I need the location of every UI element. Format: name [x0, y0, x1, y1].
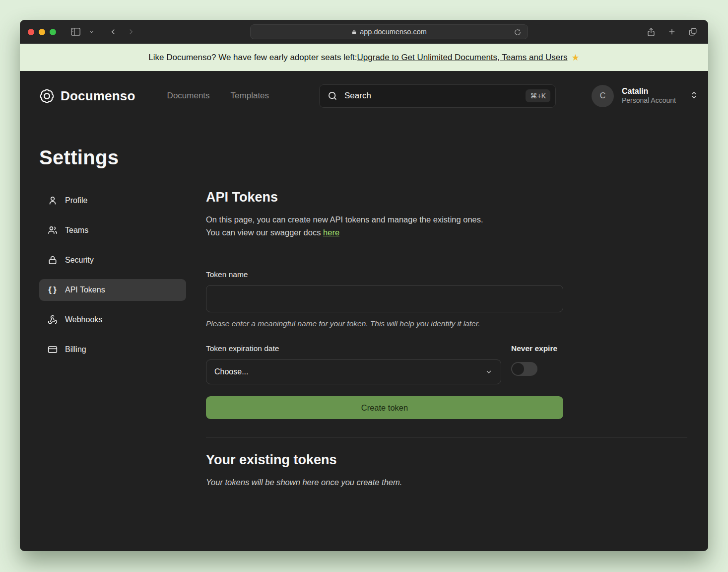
create-token-button[interactable]: Create token [206, 396, 563, 419]
sidebar-item-label: Security [65, 256, 94, 265]
expiration-select[interactable]: Choose... [206, 359, 501, 384]
tabs-overview-icon[interactable] [685, 24, 700, 39]
chevrons-up-down-icon [690, 91, 698, 101]
credit-card-icon [48, 345, 58, 355]
search-icon [328, 91, 337, 101]
share-icon[interactable] [644, 24, 659, 39]
avatar: C [592, 85, 614, 107]
promo-text: Like Documenso? We have few early adopte… [148, 53, 357, 63]
sidebar-item-label: Teams [65, 226, 88, 235]
users-icon [48, 225, 58, 235]
sidebar-toggle-icon[interactable] [68, 24, 83, 39]
star-icon: ★ [571, 52, 579, 63]
sidebar-item-label: Webhooks [65, 315, 102, 324]
zoom-button[interactable] [50, 29, 56, 35]
existing-tokens-empty-text: Your tokens will be shown here once you … [206, 478, 687, 487]
search-shortcut-badge: ⌘+K [526, 89, 550, 102]
token-name-label: Token name [206, 270, 687, 279]
brand-logo[interactable]: Documenso [39, 88, 135, 104]
sidebar-item-api-tokens[interactable]: { } API Tokens [39, 279, 186, 301]
swagger-docs-link[interactable]: here [323, 228, 339, 237]
upgrade-link[interactable]: Upgrade to Get Unlimited Documents, Team… [357, 53, 568, 63]
nav-templates[interactable]: Templates [231, 91, 269, 101]
chevron-down-icon [485, 368, 493, 376]
sidebar-item-billing[interactable]: Billing [39, 339, 186, 360]
browser-window: app.documenso.com Like Documenso? We hav… [20, 20, 708, 551]
brand-name: Documenso [61, 88, 135, 104]
promo-banner: Like Documenso? We have few early adopte… [20, 44, 708, 71]
lock-icon [351, 29, 357, 35]
documenso-logo-icon [39, 88, 55, 104]
account-name: Catalin [622, 86, 676, 96]
app-page: Documenso Documents Templates Search ⌘+K… [20, 71, 708, 551]
close-button[interactable] [28, 29, 34, 35]
section-description-line1: On this page, you can create new API tok… [206, 215, 483, 224]
never-expire-label: Never expire [511, 344, 563, 353]
sidebar-item-label: Profile [65, 196, 87, 205]
new-tab-icon[interactable] [664, 24, 679, 39]
sidebar-item-label: Billing [65, 345, 86, 354]
page-title: Settings [39, 146, 698, 169]
webhook-icon [48, 315, 58, 325]
forward-icon[interactable] [124, 24, 138, 39]
section-heading: API Tokens [206, 190, 687, 205]
traffic-lights [28, 29, 56, 35]
reload-icon[interactable] [512, 26, 524, 38]
sidebar-item-profile[interactable]: Profile [39, 190, 186, 212]
settings-main: API Tokens On this page, you can create … [206, 190, 687, 487]
token-name-input[interactable] [206, 285, 563, 312]
nav-documents[interactable]: Documents [167, 91, 210, 101]
expiration-selected-value: Choose... [214, 367, 248, 376]
app-header: Documenso Documents Templates Search ⌘+K… [39, 71, 698, 121]
toggle-knob [512, 363, 524, 375]
token-name-help: Please enter a meaningful name for your … [206, 319, 687, 328]
url-text: app.documenso.com [360, 28, 427, 36]
minimize-button[interactable] [39, 29, 45, 35]
main-nav: Documents Templates [167, 91, 269, 101]
back-icon[interactable] [106, 24, 121, 39]
lock-icon [48, 255, 58, 265]
sidebar-item-teams[interactable]: Teams [39, 219, 186, 241]
sidebar-item-webhooks[interactable]: Webhooks [39, 309, 186, 331]
search-input[interactable]: Search ⌘+K [319, 84, 556, 108]
sidebar-item-label: API Tokens [65, 286, 105, 294]
section-description-line2: You can view our swagger docs [206, 228, 323, 237]
divider [206, 252, 687, 252]
never-expire-toggle[interactable] [511, 362, 537, 376]
settings-sidebar: Profile Teams Security { } API Tokens We… [39, 190, 186, 487]
divider [206, 437, 687, 437]
braces-icon: { } [48, 285, 58, 295]
account-menu[interactable]: C Catalin Personal Account [592, 85, 698, 107]
search-placeholder: Search [344, 91, 371, 101]
browser-toolbar: app.documenso.com [20, 20, 708, 44]
chevron-down-icon[interactable] [84, 24, 99, 39]
account-type: Personal Account [622, 96, 676, 105]
expiration-label: Token expiration date [206, 344, 501, 353]
url-bar[interactable]: app.documenso.com [250, 24, 528, 39]
sidebar-item-security[interactable]: Security [39, 249, 186, 271]
existing-tokens-heading: Your existing tokens [206, 452, 687, 468]
user-icon [48, 196, 58, 206]
